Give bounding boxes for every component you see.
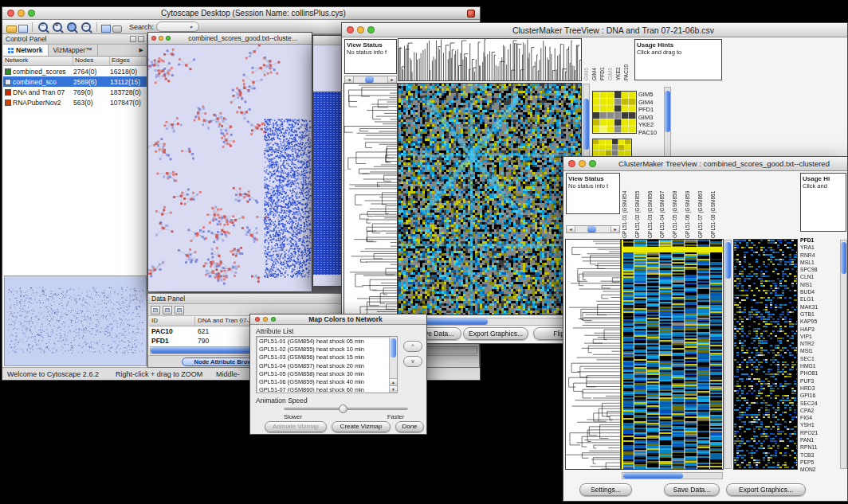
column-nodes[interactable]: Nodes [73,57,110,65]
close-button[interactable] [347,26,354,33]
gene-label[interactable]: RPO21 [800,429,838,436]
close-panel-icon[interactable] [138,36,144,42]
scrollbar-thumb[interactable] [365,76,374,83]
main-window-title-bar[interactable]: Cytoscape Desktop (Session Name: collins… [2,7,480,20]
column-network[interactable]: Network [3,57,73,65]
matrix-column-label[interactable]: GIM4 [591,39,599,80]
gene-label[interactable]: NTR2 [800,340,838,347]
gene-label[interactable]: SEC1 [800,355,838,362]
snapshot-icon[interactable] [112,25,122,33]
matrix-column-label[interactable]: YKE2 [615,39,623,80]
attribute-option[interactable]: GPL51-06 (GSM859) heat shock 40 min [257,378,388,386]
scroll-up-icon[interactable]: ▴ [390,378,397,385]
scroll-track[interactable] [354,76,387,83]
maximize-button[interactable] [271,317,276,322]
gene-label[interactable]: SPC98 [800,266,838,273]
gene-label[interactable]: KAP95 [800,318,838,325]
slider-thumb[interactable] [339,404,347,413]
network-overview-thumbnail[interactable] [5,276,146,365]
background-window-title-bar[interactable] [313,36,341,45]
gene-label[interactable]: PUF3 [800,377,838,385]
create-vizmap-button[interactable]: Create Vizmap [332,421,391,432]
maximize-button[interactable] [166,36,171,41]
minimize-button[interactable] [579,160,586,167]
array-column-label[interactable]: GPL51-08 (GSM861 [710,173,723,238]
array-column-label[interactable]: GPL51-04 (GSM857 [659,173,672,238]
minimize-button[interactable] [263,317,268,322]
gene-label[interactable]: RNR4 [800,252,838,259]
array-column-label[interactable]: GPL51-02 (GSM855 [634,173,647,238]
matrix-row-label[interactable]: GIM3 [638,114,662,122]
minimize-button[interactable] [357,26,364,33]
gene-label[interactable]: PHO81 [800,369,838,377]
network-graph-canvas[interactable] [148,45,312,291]
listbox-vscrollbar[interactable]: ▴ ▾ [389,337,397,393]
search-box[interactable]: ▾ [156,21,199,32]
attribute-option[interactable]: GPL51-02 (GSM855) heat shock 10 min [257,346,388,354]
matrix-row-label[interactable]: GIM4 [638,99,662,107]
array-column-label[interactable]: GPL51-07 (GSM860 [697,173,710,238]
gene-label[interactable]: PFD1 [800,236,838,244]
birdseye-view-icon[interactable] [101,25,111,33]
heatmap-hscrollbar[interactable] [622,472,723,479]
network-row[interactable]: combined_sco 2569(6) 13112(15) [3,76,147,87]
correlation-matrix[interactable] [593,92,636,133]
animation-speed-slider[interactable] [284,408,408,410]
minimize-button[interactable] [159,36,163,41]
treeview2-title-bar[interactable]: ClusterMaker TreeView : combined_scores_… [563,157,847,171]
expression-heatmap[interactable] [622,240,723,469]
zoom-selected-icon[interactable]: ◦ [65,21,78,33]
row-dendrogram[interactable] [344,84,397,315]
matrix-column-label[interactable]: GIM5 [583,39,591,80]
maximize-button[interactable] [367,26,375,33]
gene-label[interactable]: PAN1 [800,436,838,443]
scroll-left-icon[interactable]: ◂ [567,226,575,232]
gene-label[interactable]: YSH1 [800,421,838,428]
background-network-window[interactable] [312,35,342,287]
import-network-icon[interactable] [18,25,28,33]
gene-label[interactable]: HMG1 [800,362,838,369]
matrix-column-label[interactable]: PFD1 [599,39,607,80]
attribute-table-icon[interactable] [163,306,172,315]
scroll-track[interactable] [575,226,610,232]
scroll-right-icon[interactable]: ▸ [610,226,619,232]
animate-vizmap-button[interactable]: Animate Vizmap [265,421,327,432]
tab-vizmapper[interactable]: VizMapper™ [49,45,98,56]
scrollbar-thumb[interactable] [391,338,396,357]
minimize-button[interactable] [18,10,25,17]
gene-label[interactable]: NIS1 [800,281,838,288]
search-input[interactable] [159,23,190,30]
gene-list-vscrollbar[interactable] [840,240,847,469]
gene-label[interactable]: GTB1 [800,311,838,318]
gene-label[interactable]: CPA2 [800,407,838,414]
matrix-view-icon[interactable] [175,306,184,315]
save-data-button[interactable]: Save Data... [664,483,720,496]
column-edges[interactable]: Edges [110,57,147,65]
gene-label[interactable]: MSL1 [800,259,838,266]
maximize-button[interactable] [589,160,596,167]
scroll-right-icon[interactable]: ▸ [387,76,396,83]
scrollbar-thumb[interactable] [665,91,670,132]
treeview1-title-bar[interactable]: ClusterMaker TreeView : DNA and Tran 07-… [342,23,847,37]
gene-label[interactable]: MSI1 [800,347,838,354]
close-button[interactable] [255,317,260,322]
move-down-button[interactable]: v [403,356,422,367]
move-up-button[interactable]: ^ [403,341,422,352]
matrix-row-label[interactable]: GIM5 [638,91,662,99]
array-column-label[interactable]: GPL51-01 (GSM854 [622,173,634,238]
array-column-label[interactable]: GPL51-06 (GSM859 [685,173,697,238]
attribute-option[interactable]: GPL51-05 (GSM858) heat shock 30 min [257,370,388,378]
column-dendrogram[interactable] [398,39,581,80]
scrollbar-thumb[interactable] [583,99,589,150]
heatmap-vscrollbar[interactable] [724,240,732,469]
scrollbar-thumb[interactable] [623,473,683,479]
scrollbar-thumb[interactable] [841,242,846,274]
attribute-option[interactable]: GPL51-04 (GSM857) heat shock 20 min [257,362,388,370]
expression-heatmap[interactable] [398,84,581,315]
network-row[interactable]: DNA and Tran 07 769(0) 183728(0) [3,87,147,97]
gene-label[interactable]: YRA1 [800,244,838,251]
gene-label[interactable]: HAP3 [800,326,838,333]
network-row[interactable]: combined_scores 2764(0) 16218(0) [3,66,147,76]
gene-label[interactable]: CLN1 [800,273,838,280]
matrix-column-label[interactable]: PAC10 [623,39,631,80]
